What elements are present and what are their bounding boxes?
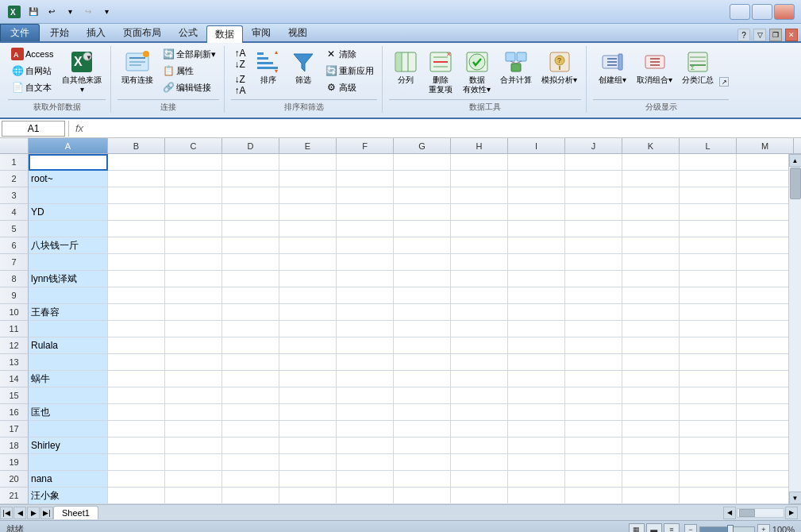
cell-B16[interactable] [108,404,165,421]
cell-C2[interactable] [165,171,222,187]
row-header-20[interactable]: 20 [0,471,29,488]
cell-B12[interactable] [108,337,165,354]
cell-L17[interactable] [680,421,737,438]
tab-layout[interactable]: 页面布局 [114,24,170,41]
cell-J2[interactable] [565,171,622,187]
col-header-f[interactable]: F [337,138,394,154]
cell-G12[interactable] [394,337,451,354]
cell-M4[interactable] [737,204,788,221]
cell-A21[interactable]: 汪小象 [29,488,108,504]
cell-H21[interactable] [451,488,508,504]
cell-D6[interactable] [222,237,279,254]
cell-C20[interactable] [165,471,222,488]
cell-K6[interactable] [622,237,680,254]
cell-F10[interactable] [337,304,394,321]
cell-B18[interactable] [108,438,165,454]
cell-M2[interactable] [737,171,788,187]
row-header-19[interactable]: 19 [0,454,29,471]
subtotal-btn[interactable]: Σ 分类汇总 [678,46,718,88]
scroll-track[interactable] [789,167,801,492]
cell-K18[interactable] [622,438,680,454]
close-btn[interactable] [774,4,795,20]
cell-K2[interactable] [622,171,680,187]
cell-H12[interactable] [451,337,508,354]
cell-L19[interactable] [680,454,737,471]
cell-C16[interactable] [165,404,222,421]
col-header-i[interactable]: I [508,138,565,154]
cell-A2[interactable]: root~ [29,171,108,187]
cell-J11[interactable] [565,321,622,337]
cell-J20[interactable] [565,471,622,488]
restore-btn[interactable] [752,4,772,20]
cell-L12[interactable] [680,337,737,354]
filter-btn[interactable]: 筛选 [287,46,320,88]
cell-L4[interactable] [680,204,737,221]
window-restore-small[interactable]: ❐ [769,29,782,41]
cell-K19[interactable] [622,454,680,471]
scroll-down-btn[interactable]: ▼ [789,492,802,504]
cell-E8[interactable] [279,271,337,287]
cell-F1[interactable] [337,154,394,171]
cell-A5[interactable] [29,221,108,237]
cell-A19[interactable] [29,454,108,471]
cell-J19[interactable] [565,454,622,471]
cell-L7[interactable] [680,254,737,271]
h-scroll-track[interactable] [737,508,784,518]
cell-I21[interactable] [508,488,565,504]
cell-G15[interactable] [394,387,451,404]
cell-B14[interactable] [108,371,165,387]
cell-L2[interactable] [680,171,737,187]
cell-G13[interactable] [394,354,451,371]
cell-F4[interactable] [337,204,394,221]
cell-K21[interactable] [622,488,680,504]
cell-I10[interactable] [508,304,565,321]
cell-C12[interactable] [165,337,222,354]
cell-M9[interactable] [737,287,788,304]
consolidate-btn[interactable]: 合并计算 [496,46,536,88]
cell-B17[interactable] [108,421,165,438]
cell-I17[interactable] [508,421,565,438]
cell-C13[interactable] [165,354,222,371]
cell-F16[interactable] [337,404,394,421]
cell-L20[interactable] [680,471,737,488]
cell-J14[interactable] [565,371,622,387]
cell-L18[interactable] [680,438,737,454]
row-header-5[interactable]: 5 [0,221,29,237]
cell-C3[interactable] [165,187,222,204]
cell-C9[interactable] [165,287,222,304]
cell-L11[interactable] [680,321,737,337]
cell-J7[interactable] [565,254,622,271]
cell-J17[interactable] [565,421,622,438]
cell-H17[interactable] [451,421,508,438]
cell-K14[interactable] [622,371,680,387]
cell-F9[interactable] [337,287,394,304]
h-scroll-thumb[interactable] [739,509,755,517]
cell-E2[interactable] [279,171,337,187]
tab-home[interactable]: 开始 [41,24,78,41]
cell-ref-input[interactable] [2,121,65,137]
cell-H18[interactable] [451,438,508,454]
cell-K8[interactable] [622,271,680,287]
row-header-3[interactable]: 3 [0,187,29,204]
page-layout-btn[interactable]: ▬ [646,523,662,533]
row-header-2[interactable]: 2 [0,171,29,187]
cell-I13[interactable] [508,354,565,371]
cell-I2[interactable] [508,171,565,187]
cell-L3[interactable] [680,187,737,204]
scroll-left-btn[interactable]: ◀ [723,507,736,519]
cell-E15[interactable] [279,387,337,404]
cell-E12[interactable] [279,337,337,354]
cell-K1[interactable] [622,154,680,171]
cell-J6[interactable] [565,237,622,254]
zoom-slider[interactable] [699,526,755,533]
outline-dialog-launcher[interactable]: ↗ [719,77,729,87]
zoom-in-btn[interactable]: + [757,524,770,533]
tab-insert[interactable]: 插入 [78,24,114,41]
cell-G2[interactable] [394,171,451,187]
cell-C5[interactable] [165,221,222,237]
cell-M5[interactable] [737,221,788,237]
cell-H3[interactable] [451,187,508,204]
cell-G8[interactable] [394,271,451,287]
cell-E13[interactable] [279,354,337,371]
cell-B8[interactable] [108,271,165,287]
